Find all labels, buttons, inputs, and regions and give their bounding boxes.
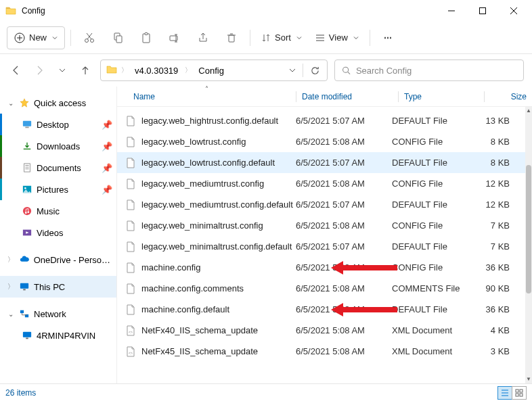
scroll-up-icon[interactable]: ▲ xyxy=(525,107,532,115)
sidebar-item-network[interactable]: ⌄ Network xyxy=(0,303,116,325)
sidebar-item-this-pc[interactable]: 〉 This PC xyxy=(0,276,116,298)
more-button[interactable]: ⋯ xyxy=(376,26,401,49)
up-button[interactable] xyxy=(77,62,93,78)
file-size: 7 KB xyxy=(472,220,514,231)
sort-indicator-icon: ˄ xyxy=(205,85,208,93)
file-icon xyxy=(125,199,136,210)
sidebar-item-desktop[interactable]: Desktop 📌 xyxy=(0,114,116,135)
table-row[interactable]: legacy.web_mediumtrust.config6/5/2021 5:… xyxy=(117,173,525,194)
thumbnail-view-button[interactable] xyxy=(512,386,527,400)
details-view-button[interactable] xyxy=(497,386,512,400)
chevron-right-icon[interactable]: 〉 xyxy=(121,66,128,75)
sort-button[interactable]: Sort xyxy=(256,26,307,49)
file-size: 13 KB xyxy=(472,116,514,126)
table-row[interactable]: legacy.web_minimaltrust.config6/5/2021 5… xyxy=(117,215,525,236)
sidebar-label: Music xyxy=(37,206,60,216)
forward-button[interactable] xyxy=(31,62,47,78)
sidebar-item-pictures[interactable]: Pictures 📌 xyxy=(0,179,116,200)
file-name: NetFx45_IIS_schema_update xyxy=(141,346,258,356)
rename-button[interactable] xyxy=(162,26,187,49)
column-header-date[interactable]: Date modified xyxy=(302,92,398,101)
svg-rect-28 xyxy=(25,127,28,128)
pin-icon: 📌 xyxy=(102,185,112,195)
svg-rect-41 xyxy=(20,310,24,313)
new-button[interactable]: New xyxy=(7,26,65,49)
breadcrumb[interactable]: v4.0.30319 xyxy=(132,64,181,77)
separator xyxy=(398,91,399,102)
table-row[interactable]: <>NetFx45_IIS_schema_update6/5/2021 5:08… xyxy=(117,341,525,362)
file-date: 6/5/2021 5:08 AM xyxy=(296,179,392,189)
chevron-right-icon[interactable]: 〉 xyxy=(7,282,15,291)
recent-button[interactable] xyxy=(54,62,70,78)
color-bar xyxy=(0,179,2,200)
file-date: 6/5/2021 5:08 AM xyxy=(296,262,392,273)
table-row[interactable]: legacy.web_minimaltrust.config.default6/… xyxy=(117,236,525,257)
view-button[interactable]: View xyxy=(310,26,364,49)
refresh-icon[interactable] xyxy=(310,66,320,76)
copy-button[interactable] xyxy=(105,26,131,49)
monitor-icon xyxy=(19,281,30,292)
chevron-down-icon[interactable] xyxy=(289,67,296,74)
scrollbar[interactable]: ▲ ▼ xyxy=(525,107,532,383)
column-header-name[interactable]: Name xyxy=(125,92,296,101)
table-row[interactable]: machine.config.default6/5/2021 5:08 AMDE… xyxy=(117,299,525,320)
sidebar-item-onedrive[interactable]: 〉 OneDrive - Personal xyxy=(0,249,116,270)
sidebar-item-downloads[interactable]: Downloads 📌 xyxy=(0,135,116,157)
search-icon xyxy=(342,66,351,75)
file-icon xyxy=(125,179,136,189)
close-button[interactable] xyxy=(498,0,529,22)
chevron-down-icon[interactable]: ⌄ xyxy=(7,99,15,107)
sidebar-item-videos[interactable]: Videos xyxy=(0,222,116,243)
file-size: 8 KB xyxy=(472,158,514,168)
table-row[interactable]: legacy.web_hightrust.config.default6/5/2… xyxy=(117,110,525,131)
column-header-type[interactable]: Type xyxy=(404,92,484,101)
paste-button[interactable] xyxy=(133,26,159,49)
minimize-button[interactable] xyxy=(436,0,467,22)
file-date: 6/5/2021 5:08 AM xyxy=(296,220,392,231)
sidebar-label: Downloads xyxy=(37,141,80,151)
table-row[interactable]: machine.config6/5/2021 5:08 AMCONFIG Fil… xyxy=(117,257,525,278)
delete-button[interactable] xyxy=(219,26,244,49)
svg-point-8 xyxy=(91,39,94,42)
file-name: legacy.web_minimaltrust.config xyxy=(141,220,263,231)
chevron-down-icon[interactable]: ⌄ xyxy=(7,310,15,318)
sidebar-item-quick-access[interactable]: ⌄ Quick access xyxy=(0,92,116,114)
sidebar-item-documents[interactable]: Documents 📌 xyxy=(0,157,116,179)
sidebar-item-music[interactable]: Music xyxy=(0,200,116,222)
navbar: 〉 v4.0.30319 〉 Config xyxy=(0,54,532,87)
file-icon xyxy=(125,137,136,147)
maximize-button[interactable] xyxy=(467,0,498,22)
sidebar-label: Quick access xyxy=(34,98,86,108)
address-bar[interactable]: 〉 v4.0.30319 〉 Config xyxy=(100,60,328,81)
table-row[interactable]: legacy.web_mediumtrust.config.default6/5… xyxy=(117,194,525,215)
svg-rect-53 xyxy=(520,394,523,396)
window-title: Config xyxy=(22,6,45,16)
file-name: legacy.web_mediumtrust.config.default xyxy=(141,199,293,210)
desktop-icon xyxy=(22,119,32,130)
cut-button[interactable] xyxy=(76,26,102,49)
svg-rect-19 xyxy=(229,35,234,42)
svg-line-9 xyxy=(87,33,92,39)
share-button[interactable] xyxy=(190,26,216,49)
search-input[interactable] xyxy=(356,66,516,76)
file-size: 4 KB xyxy=(472,325,514,335)
file-icon xyxy=(125,304,136,315)
file-type: DEFAULT File xyxy=(392,158,472,168)
scrollbar-thumb[interactable] xyxy=(526,165,531,293)
back-button[interactable] xyxy=(8,62,24,78)
table-row[interactable]: legacy.web_lowtrust.config6/5/2021 5:08 … xyxy=(117,131,525,152)
table-row[interactable]: <>NetFx40_IIS_schema_update6/5/2021 5:08… xyxy=(117,320,525,341)
sidebar-item-network-pc[interactable]: 4RMINP4RVIN xyxy=(0,325,116,346)
chevron-right-icon[interactable]: 〉 xyxy=(7,255,15,264)
file-date: 6/5/2021 5:08 AM xyxy=(296,346,392,356)
chevron-right-icon[interactable]: 〉 xyxy=(185,66,192,75)
file-icon xyxy=(125,158,136,168)
column-header-size[interactable]: Size xyxy=(490,92,532,101)
table-row[interactable]: legacy.web_lowtrust.config.default6/5/20… xyxy=(117,152,525,173)
search-box[interactable] xyxy=(334,60,524,81)
file-date: 6/5/2021 5:07 AM xyxy=(296,158,392,168)
sidebar: ⌄ Quick access Desktop 📌 Downloads 📌 Doc… xyxy=(0,87,116,383)
table-row[interactable]: machine.config.comments6/5/2021 5:08 AMC… xyxy=(117,278,525,299)
breadcrumb[interactable]: Config xyxy=(196,64,227,77)
scroll-down-icon[interactable]: ▼ xyxy=(525,375,532,383)
